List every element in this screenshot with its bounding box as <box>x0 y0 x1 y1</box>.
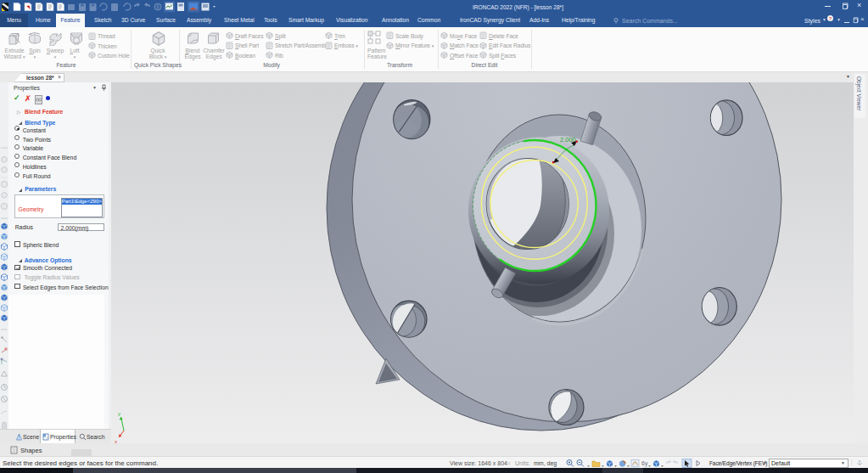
svg-text:y: y <box>118 411 120 416</box>
svg-text:6y: 6y <box>641 460 648 467</box>
